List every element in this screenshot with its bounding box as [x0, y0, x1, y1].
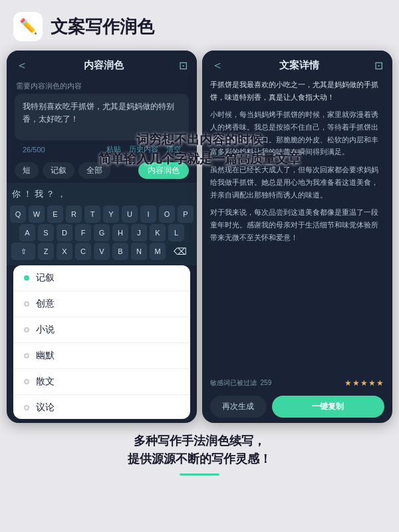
left-nav-icon[interactable]: ⊡: [179, 59, 188, 72]
dropdown-item-jixu[interactable]: 记叙: [13, 265, 190, 291]
kb-o[interactable]: O: [159, 205, 175, 223]
kb-b[interactable]: B: [112, 243, 128, 260]
dropdown-label-5: 议论: [36, 402, 55, 414]
keyboard-rows: Q W E R T Y U I O P A: [7, 203, 197, 263]
dropdown-item-youmo[interactable]: 幽默: [13, 343, 190, 369]
style-buttons-row: 短 记叙 全部 内容润色: [7, 158, 197, 183]
right-nav: ＜ 文案详情 ⊡: [202, 51, 392, 78]
input-text: 我特别喜欢吃手抓饼，尤其是妈妈做的特别香，太好吃了！: [23, 100, 181, 126]
kb-n[interactable]: N: [131, 243, 147, 260]
left-phone-content: 需要内容润色的内容 我特别喜欢吃手抓饼，尤其是妈妈做的特别香，太好吃了！ 26/…: [7, 78, 197, 423]
kb-char-wo[interactable]: 我: [35, 188, 43, 200]
kb-shift[interactable]: ⇧: [11, 243, 35, 260]
article-para-1: 手抓饼是我最喜欢的小吃之一，尤其是妈妈做的手抓饼，味道特别香，真是让人食指大动！: [210, 78, 384, 103]
dropdown-label-4: 散文: [36, 376, 55, 388]
kb-char-ni[interactable]: 你: [12, 188, 21, 200]
kb-t[interactable]: T: [84, 205, 100, 223]
kb-f[interactable]: F: [75, 224, 91, 241]
kb-w[interactable]: W: [29, 205, 45, 223]
action-buttons: 粘贴 历史内容 清空: [106, 144, 181, 154]
sensitivity-row: 敏感词已被过滤 259 ★★★★★: [210, 376, 384, 390]
sensitivity-text: 敏感词已被过滤 259: [210, 378, 271, 388]
kb-a[interactable]: A: [19, 224, 35, 241]
main-area: ＜ 内容润色 ⊡ 需要内容润色的内容 我特别喜欢吃手抓饼，尤其是妈妈做的特别香，…: [0, 51, 399, 528]
right-back-button[interactable]: ＜: [211, 57, 223, 73]
bottom-caption: 多种写作手法润色续写， 提供源源不断的写作灵感！: [7, 423, 392, 482]
kb-i[interactable]: I: [140, 205, 156, 223]
kb-r[interactable]: R: [66, 205, 82, 223]
polish-button[interactable]: 内容润色: [138, 162, 189, 179]
dropdown-item-chuangyi[interactable]: 创意: [13, 291, 190, 317]
kb-h[interactable]: H: [112, 224, 128, 241]
style-narrative-btn[interactable]: 记叙: [43, 162, 74, 179]
kb-k[interactable]: K: [150, 224, 166, 241]
kb-delete[interactable]: ⌫: [168, 243, 192, 260]
dropdown-item-yilun[interactable]: 议论: [13, 395, 190, 419]
right-bottom-area: 敏感词已被过滤 259 ★★★★★ 再次生成 一键复制: [210, 372, 384, 423]
clear-button[interactable]: 清空: [166, 144, 181, 154]
kb-row-a: A S D F G H J K L: [9, 224, 194, 241]
dropdown-dot-2: [24, 327, 29, 332]
style-dropdown: 记叙 创意 小说 幽默: [13, 265, 190, 419]
kb-s[interactable]: S: [38, 224, 54, 241]
bottom-action-row: 再次生成 一键复制: [210, 390, 384, 423]
right-phone: ＜ 文案详情 ⊡ 手抓饼是我最喜欢的小吃之一，尤其是妈妈做的手抓饼，味道特别香，…: [202, 51, 392, 423]
kb-row-q: Q W E R T Y U I O P: [9, 205, 194, 223]
phones-row: ＜ 内容润色 ⊡ 需要内容润色的内容 我特别喜欢吃手抓饼，尤其是妈妈做的特别香，…: [7, 51, 392, 423]
article-para-2: 小时候，每当妈妈烤手抓饼的时候，家里就弥漫着诱人的烤香味。我总是按捺不住自己，等…: [210, 108, 384, 158]
char-count-row: 26/500 粘贴 历史内容 清空: [15, 140, 189, 158]
dropdown-item-sanwen[interactable]: 散文: [13, 369, 190, 395]
kb-x[interactable]: X: [57, 243, 72, 260]
right-nav-title: 文案详情: [279, 59, 319, 72]
dropdown-label-1: 创意: [36, 298, 55, 310]
dropdown-dot-3: [24, 353, 29, 358]
kb-v[interactable]: V: [94, 243, 110, 260]
left-nav: ＜ 内容润色 ⊡: [7, 51, 197, 78]
kb-z[interactable]: Z: [38, 243, 54, 260]
star-rating[interactable]: ★★★★★: [344, 378, 384, 388]
dropdown-dot-5: [24, 405, 29, 410]
kb-char-question[interactable]: ？: [46, 188, 55, 200]
kb-u[interactable]: U: [122, 205, 138, 223]
paste-button[interactable]: 粘贴: [106, 144, 121, 154]
kb-m[interactable]: M: [150, 243, 166, 260]
dropdown-label-0: 记叙: [36, 272, 55, 284]
dropdown-dot-4: [24, 379, 29, 384]
caption-line1: 多种写作手法润色续写，: [20, 432, 379, 450]
dropdown-item-xiaoshuo[interactable]: 小说: [13, 317, 190, 343]
kb-row-z: ⇧ Z X C V B N M ⌫: [9, 243, 194, 260]
style-all-btn[interactable]: 全部: [78, 162, 110, 179]
right-nav-icon[interactable]: ⊡: [374, 59, 383, 72]
kb-g[interactable]: G: [94, 224, 110, 241]
regen-button[interactable]: 再次生成: [210, 396, 267, 418]
article-para-3: 虽然现在已经长大成人了，但每次回家都会要求妈妈给我做手抓饼。她总是用心地为我准备…: [210, 164, 384, 201]
keyboard-area: 你 ！ 我 ？ ， Q W E R T Y: [7, 183, 197, 265]
kb-char-comma[interactable]: ，: [57, 188, 66, 200]
kb-c[interactable]: C: [75, 243, 91, 260]
kb-p[interactable]: P: [178, 205, 194, 223]
article-para-4: 对于我来说，每次品尝到这道美食都像是重温了一段童年时光。感谢我的母亲对于生活细节…: [210, 206, 384, 243]
app-header: ✏️ 文案写作润色: [0, 0, 399, 51]
section-label: 需要内容润色的内容: [7, 78, 197, 94]
app-title: 文案写作润色: [51, 15, 154, 39]
emoji-row: 你 ！ 我 ？ ，: [7, 186, 197, 203]
app-icon: ✏️: [13, 12, 43, 41]
left-back-button[interactable]: ＜: [16, 57, 28, 73]
kb-y[interactable]: Y: [103, 205, 119, 223]
char-count: 26/500: [23, 146, 45, 154]
style-short-btn[interactable]: 短: [15, 162, 39, 179]
input-textarea[interactable]: 我特别喜欢吃手抓饼，尤其是妈妈做的特别香，太好吃了！: [15, 94, 189, 140]
kb-j[interactable]: J: [131, 224, 147, 241]
left-nav-title: 内容润色: [84, 59, 124, 72]
caption-line2: 提供源源不断的写作灵感！: [20, 450, 379, 468]
dropdown-dot-0: [24, 275, 29, 281]
kb-d[interactable]: D: [57, 224, 72, 241]
kb-q[interactable]: Q: [10, 205, 26, 223]
copy-button[interactable]: 一键复制: [272, 396, 384, 418]
kb-char-exclaim[interactable]: ！: [23, 188, 32, 200]
right-phone-content: 手抓饼是我最喜欢的小吃之一，尤其是妈妈做的手抓饼，味道特别香，真是让人食指大动！…: [202, 78, 392, 423]
kb-e[interactable]: E: [47, 205, 63, 223]
kb-l[interactable]: L: [168, 224, 184, 241]
left-phone: ＜ 内容润色 ⊡ 需要内容润色的内容 我特别喜欢吃手抓饼，尤其是妈妈做的特别香，…: [7, 51, 197, 423]
history-button[interactable]: 历史内容: [129, 144, 158, 154]
